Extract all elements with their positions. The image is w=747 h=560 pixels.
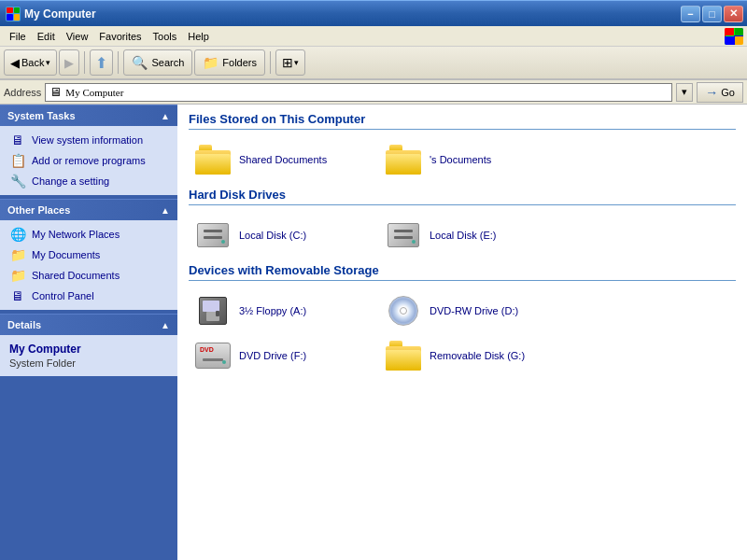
removable-g-icon <box>385 339 422 372</box>
back-button[interactable]: ◀ Back ▾ <box>4 49 57 76</box>
item-shared-documents[interactable]: Shared Documents <box>189 139 375 180</box>
info-icon: 🖥 <box>9 133 26 147</box>
dvd-f-label: DVD Drive (F:) <box>239 350 306 361</box>
details-name: My Computer <box>9 343 168 356</box>
other-place-controlpanel[interactable]: 🖥 Control Panel <box>0 286 177 306</box>
item-local-disk-c[interactable]: Local Disk (C:) <box>189 215 375 256</box>
search-label: Search <box>151 57 184 68</box>
system-task-change-setting-label: Change a setting <box>32 175 109 187</box>
removable-g-label: Removable Disk (G:) <box>430 350 525 361</box>
details-header[interactable]: Details ▲ <box>0 314 177 335</box>
menu-file[interactable]: File <box>4 29 32 44</box>
section-title-removable: Devices with Removable Storage <box>189 263 736 281</box>
files-grid: Shared Documents 's Documents <box>189 139 736 180</box>
system-tasks-title: System Tasks <box>7 110 76 121</box>
settings-icon: 🔧 <box>9 174 26 189</box>
menu-help[interactable]: Help <box>182 29 215 44</box>
other-place-mydocs-label: My Documents <box>32 249 100 260</box>
go-button[interactable]: → Go <box>697 82 743 103</box>
system-task-change-setting[interactable]: 🔧 Change a setting <box>0 171 177 191</box>
other-place-shareddocs[interactable]: 📁 Shared Documents <box>0 265 177 286</box>
menubar: File Edit View Favorites Tools Help <box>0 26 747 47</box>
floppy-a-label: 3½ Floppy (A:) <box>239 305 306 316</box>
shareddocs-icon: 📁 <box>9 268 26 283</box>
dvdrw-d-icon <box>385 294 422 328</box>
item-floppy-a[interactable]: 3½ Floppy (A:) <box>189 290 375 331</box>
address-icon: 🖥 <box>49 85 62 99</box>
view-button[interactable]: ⊞ ▾ <box>275 49 305 76</box>
floppy-a-icon <box>194 294 232 328</box>
folders-icon: 📁 <box>203 55 218 70</box>
item-dvd-f[interactable]: DVD DVD Drive (F:) <box>189 335 375 376</box>
shared-documents-icon <box>194 143 232 176</box>
dvd-f-icon: DVD <box>194 339 232 372</box>
close-button[interactable]: ✕ <box>724 6 743 22</box>
system-task-view-info-label: View system information <box>32 134 143 146</box>
item-dvdrw-d[interactable]: DVD-RW Drive (D:) <box>379 290 566 331</box>
system-task-view-info[interactable]: 🖥 View system information <box>0 130 177 150</box>
system-task-add-remove[interactable]: 📋 Add or remove programs <box>0 150 177 171</box>
go-arrow-icon: → <box>705 85 718 100</box>
view-dropdown-icon: ▾ <box>294 58 299 67</box>
view-icon: ⊞ <box>282 55 293 70</box>
user-documents-label: 's Documents <box>430 154 491 165</box>
address-dropdown-button[interactable]: ▾ <box>676 83 693 102</box>
address-input[interactable] <box>65 87 668 98</box>
window-title: My Computer <box>24 7 96 21</box>
back-arrow-icon: ◀ <box>10 56 20 70</box>
details-type: System Folder <box>9 357 168 369</box>
toolbar: ◀ Back ▾ ▶ ⬆ 🔍 Search 📁 Folders ⊞ ▾ <box>0 47 747 80</box>
item-local-disk-e[interactable]: Local Disk (E:) <box>379 215 566 256</box>
system-tasks-content: 🖥 View system information 📋 Add or remov… <box>0 126 177 195</box>
other-places-content: 🌐 My Network Places 📁 My Documents 📁 Sha… <box>0 220 177 310</box>
shared-documents-label: Shared Documents <box>239 154 327 165</box>
forward-arrow-icon: ▶ <box>64 56 74 70</box>
other-places-header[interactable]: Other Places ▲ <box>0 199 177 220</box>
content-area: Files Stored on This Computer Shared Doc… <box>177 105 747 560</box>
details-title: Details <box>7 319 41 330</box>
removable-grid: 3½ Floppy (A:) DVD-RW Drive (D:) DVD <box>189 290 736 376</box>
maximize-button[interactable]: □ <box>702 6 722 22</box>
folders-button[interactable]: 📁 Folders <box>194 49 265 76</box>
windows-logo <box>725 28 743 45</box>
item-removable-g[interactable]: Removable Disk (G:) <box>379 335 566 376</box>
other-place-controlpanel-label: Control Panel <box>32 290 94 301</box>
local-disk-c-icon <box>194 218 232 252</box>
other-place-mydocs[interactable]: 📁 My Documents <box>0 245 177 265</box>
forward-button[interactable]: ▶ <box>59 49 79 76</box>
mydocs-icon: 📁 <box>9 247 26 262</box>
minimize-button[interactable]: − <box>681 6 700 22</box>
go-label: Go <box>721 87 735 98</box>
address-label: Address <box>4 87 41 98</box>
left-panel: System Tasks ▲ 🖥 View system information… <box>0 105 177 560</box>
dvdrw-d-label: DVD-RW Drive (D:) <box>430 305 518 316</box>
controlpanel-icon: 🖥 <box>9 288 26 303</box>
app-icon <box>6 7 21 21</box>
menu-view[interactable]: View <box>61 29 94 44</box>
toolbar-separator-3 <box>270 51 271 74</box>
up-button[interactable]: ⬆ <box>90 49 113 76</box>
menu-edit[interactable]: Edit <box>32 29 61 44</box>
details-content: My Computer System Folder <box>0 335 177 376</box>
back-label: Back <box>21 57 44 68</box>
user-documents-icon <box>385 143 422 176</box>
titlebar: My Computer − □ ✕ <box>0 0 747 26</box>
main-layout: System Tasks ▲ 🖥 View system information… <box>0 105 747 560</box>
up-arrow-icon: ⬆ <box>95 54 107 72</box>
other-place-shareddocs-label: Shared Documents <box>32 270 120 281</box>
section-title-harddrives: Hard Disk Drives <box>189 188 736 205</box>
address-input-wrapper: 🖥 <box>45 83 672 102</box>
network-icon: 🌐 <box>9 227 26 242</box>
system-tasks-chevron: ▲ <box>161 111 170 121</box>
search-button[interactable]: 🔍 Search <box>123 49 192 76</box>
other-place-network-label: My Network Places <box>32 229 120 240</box>
local-disk-e-label: Local Disk (E:) <box>430 230 497 241</box>
add-remove-icon: 📋 <box>9 153 26 168</box>
harddrives-grid: Local Disk (C:) Local Disk (E:) <box>189 215 736 256</box>
section-title-files: Files Stored on This Computer <box>189 112 736 130</box>
menu-favorites[interactable]: Favorites <box>93 29 147 44</box>
other-place-network[interactable]: 🌐 My Network Places <box>0 224 177 245</box>
menu-tools[interactable]: Tools <box>148 29 183 44</box>
system-tasks-header[interactable]: System Tasks ▲ <box>0 105 177 126</box>
item-user-documents[interactable]: 's Documents <box>379 139 566 180</box>
